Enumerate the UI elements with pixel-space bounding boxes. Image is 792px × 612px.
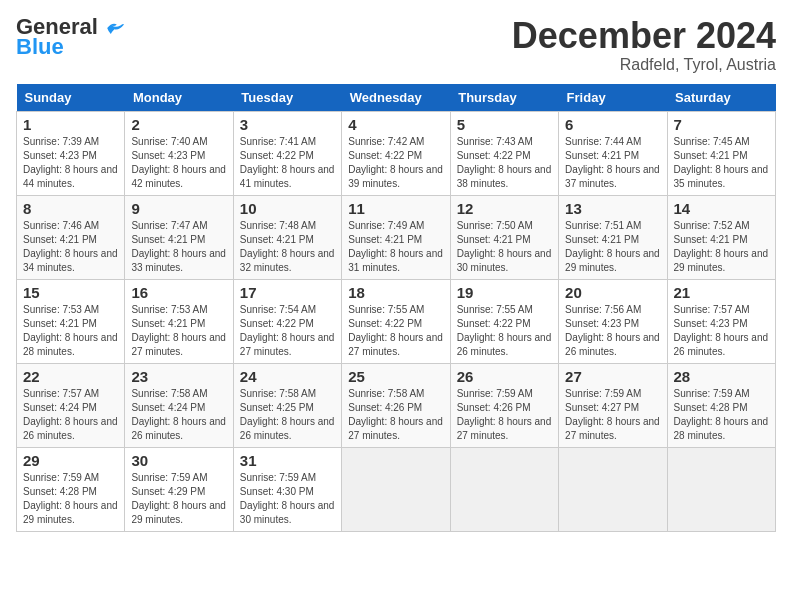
day-info: Sunrise: 7:50 AMSunset: 4:21 PMDaylight:… xyxy=(457,219,552,275)
day-number: 30 xyxy=(131,452,226,469)
day-info: Sunrise: 7:59 AMSunset: 4:29 PMDaylight:… xyxy=(131,471,226,527)
day-number: 15 xyxy=(23,284,118,301)
column-header-wednesday: Wednesday xyxy=(342,84,450,112)
calendar-week-row: 15Sunrise: 7:53 AMSunset: 4:21 PMDayligh… xyxy=(17,279,776,363)
calendar-cell: 23Sunrise: 7:58 AMSunset: 4:24 PMDayligh… xyxy=(125,363,233,447)
logo: General Blue xyxy=(16,16,124,58)
calendar-cell: 13Sunrise: 7:51 AMSunset: 4:21 PMDayligh… xyxy=(559,195,667,279)
day-info: Sunrise: 7:58 AMSunset: 4:26 PMDaylight:… xyxy=(348,387,443,443)
title-area: December 2024 Radfeld, Tyrol, Austria xyxy=(512,16,776,74)
calendar-week-row: 1Sunrise: 7:39 AMSunset: 4:23 PMDaylight… xyxy=(17,111,776,195)
day-number: 27 xyxy=(565,368,660,385)
day-number: 17 xyxy=(240,284,335,301)
calendar-cell xyxy=(450,447,558,531)
day-info: Sunrise: 7:53 AMSunset: 4:21 PMDaylight:… xyxy=(131,303,226,359)
day-info: Sunrise: 7:42 AMSunset: 4:22 PMDaylight:… xyxy=(348,135,443,191)
day-info: Sunrise: 7:51 AMSunset: 4:21 PMDaylight:… xyxy=(565,219,660,275)
calendar-cell: 10Sunrise: 7:48 AMSunset: 4:21 PMDayligh… xyxy=(233,195,341,279)
day-number: 28 xyxy=(674,368,769,385)
day-number: 31 xyxy=(240,452,335,469)
day-number: 10 xyxy=(240,200,335,217)
calendar-cell: 9Sunrise: 7:47 AMSunset: 4:21 PMDaylight… xyxy=(125,195,233,279)
day-info: Sunrise: 7:49 AMSunset: 4:21 PMDaylight:… xyxy=(348,219,443,275)
day-info: Sunrise: 7:59 AMSunset: 4:26 PMDaylight:… xyxy=(457,387,552,443)
calendar-cell: 20Sunrise: 7:56 AMSunset: 4:23 PMDayligh… xyxy=(559,279,667,363)
calendar-cell xyxy=(342,447,450,531)
calendar-cell: 25Sunrise: 7:58 AMSunset: 4:26 PMDayligh… xyxy=(342,363,450,447)
calendar-cell: 18Sunrise: 7:55 AMSunset: 4:22 PMDayligh… xyxy=(342,279,450,363)
day-info: Sunrise: 7:59 AMSunset: 4:30 PMDaylight:… xyxy=(240,471,335,527)
calendar-cell: 27Sunrise: 7:59 AMSunset: 4:27 PMDayligh… xyxy=(559,363,667,447)
day-info: Sunrise: 7:57 AMSunset: 4:23 PMDaylight:… xyxy=(674,303,769,359)
day-number: 9 xyxy=(131,200,226,217)
calendar-cell: 29Sunrise: 7:59 AMSunset: 4:28 PMDayligh… xyxy=(17,447,125,531)
day-info: Sunrise: 7:56 AMSunset: 4:23 PMDaylight:… xyxy=(565,303,660,359)
calendar-cell: 24Sunrise: 7:58 AMSunset: 4:25 PMDayligh… xyxy=(233,363,341,447)
day-number: 18 xyxy=(348,284,443,301)
day-number: 25 xyxy=(348,368,443,385)
calendar-cell: 7Sunrise: 7:45 AMSunset: 4:21 PMDaylight… xyxy=(667,111,775,195)
day-number: 4 xyxy=(348,116,443,133)
calendar-cell: 30Sunrise: 7:59 AMSunset: 4:29 PMDayligh… xyxy=(125,447,233,531)
day-number: 6 xyxy=(565,116,660,133)
day-info: Sunrise: 7:59 AMSunset: 4:28 PMDaylight:… xyxy=(23,471,118,527)
day-info: Sunrise: 7:54 AMSunset: 4:22 PMDaylight:… xyxy=(240,303,335,359)
calendar-cell: 31Sunrise: 7:59 AMSunset: 4:30 PMDayligh… xyxy=(233,447,341,531)
month-title: December 2024 xyxy=(512,16,776,56)
calendar-cell: 6Sunrise: 7:44 AMSunset: 4:21 PMDaylight… xyxy=(559,111,667,195)
day-info: Sunrise: 7:55 AMSunset: 4:22 PMDaylight:… xyxy=(348,303,443,359)
column-header-sunday: Sunday xyxy=(17,84,125,112)
logo-blue: Blue xyxy=(16,36,64,58)
day-info: Sunrise: 7:48 AMSunset: 4:21 PMDaylight:… xyxy=(240,219,335,275)
day-info: Sunrise: 7:55 AMSunset: 4:22 PMDaylight:… xyxy=(457,303,552,359)
day-info: Sunrise: 7:39 AMSunset: 4:23 PMDaylight:… xyxy=(23,135,118,191)
day-number: 5 xyxy=(457,116,552,133)
day-info: Sunrise: 7:44 AMSunset: 4:21 PMDaylight:… xyxy=(565,135,660,191)
day-number: 3 xyxy=(240,116,335,133)
day-info: Sunrise: 7:57 AMSunset: 4:24 PMDaylight:… xyxy=(23,387,118,443)
day-number: 14 xyxy=(674,200,769,217)
calendar-cell: 3Sunrise: 7:41 AMSunset: 4:22 PMDaylight… xyxy=(233,111,341,195)
day-info: Sunrise: 7:53 AMSunset: 4:21 PMDaylight:… xyxy=(23,303,118,359)
calendar-cell: 16Sunrise: 7:53 AMSunset: 4:21 PMDayligh… xyxy=(125,279,233,363)
calendar-week-row: 22Sunrise: 7:57 AMSunset: 4:24 PMDayligh… xyxy=(17,363,776,447)
calendar-cell: 28Sunrise: 7:59 AMSunset: 4:28 PMDayligh… xyxy=(667,363,775,447)
day-info: Sunrise: 7:43 AMSunset: 4:22 PMDaylight:… xyxy=(457,135,552,191)
day-number: 21 xyxy=(674,284,769,301)
column-header-friday: Friday xyxy=(559,84,667,112)
column-header-saturday: Saturday xyxy=(667,84,775,112)
day-number: 13 xyxy=(565,200,660,217)
day-info: Sunrise: 7:40 AMSunset: 4:23 PMDaylight:… xyxy=(131,135,226,191)
day-number: 26 xyxy=(457,368,552,385)
day-number: 20 xyxy=(565,284,660,301)
calendar-cell: 12Sunrise: 7:50 AMSunset: 4:21 PMDayligh… xyxy=(450,195,558,279)
calendar-cell xyxy=(667,447,775,531)
column-header-monday: Monday xyxy=(125,84,233,112)
day-info: Sunrise: 7:59 AMSunset: 4:28 PMDaylight:… xyxy=(674,387,769,443)
calendar-table: SundayMondayTuesdayWednesdayThursdayFrid… xyxy=(16,84,776,532)
calendar-cell: 21Sunrise: 7:57 AMSunset: 4:23 PMDayligh… xyxy=(667,279,775,363)
column-header-thursday: Thursday xyxy=(450,84,558,112)
day-number: 19 xyxy=(457,284,552,301)
day-number: 8 xyxy=(23,200,118,217)
calendar-cell: 4Sunrise: 7:42 AMSunset: 4:22 PMDaylight… xyxy=(342,111,450,195)
calendar-cell: 26Sunrise: 7:59 AMSunset: 4:26 PMDayligh… xyxy=(450,363,558,447)
day-number: 24 xyxy=(240,368,335,385)
location: Radfeld, Tyrol, Austria xyxy=(512,56,776,74)
day-info: Sunrise: 7:46 AMSunset: 4:21 PMDaylight:… xyxy=(23,219,118,275)
day-number: 22 xyxy=(23,368,118,385)
day-number: 11 xyxy=(348,200,443,217)
day-info: Sunrise: 7:45 AMSunset: 4:21 PMDaylight:… xyxy=(674,135,769,191)
logo-bird-icon xyxy=(106,20,124,36)
calendar-cell: 15Sunrise: 7:53 AMSunset: 4:21 PMDayligh… xyxy=(17,279,125,363)
day-number: 1 xyxy=(23,116,118,133)
calendar-cell: 2Sunrise: 7:40 AMSunset: 4:23 PMDaylight… xyxy=(125,111,233,195)
calendar-cell: 19Sunrise: 7:55 AMSunset: 4:22 PMDayligh… xyxy=(450,279,558,363)
day-info: Sunrise: 7:58 AMSunset: 4:25 PMDaylight:… xyxy=(240,387,335,443)
day-number: 29 xyxy=(23,452,118,469)
day-number: 7 xyxy=(674,116,769,133)
day-info: Sunrise: 7:41 AMSunset: 4:22 PMDaylight:… xyxy=(240,135,335,191)
calendar-cell: 1Sunrise: 7:39 AMSunset: 4:23 PMDaylight… xyxy=(17,111,125,195)
calendar-week-row: 29Sunrise: 7:59 AMSunset: 4:28 PMDayligh… xyxy=(17,447,776,531)
calendar-cell: 14Sunrise: 7:52 AMSunset: 4:21 PMDayligh… xyxy=(667,195,775,279)
